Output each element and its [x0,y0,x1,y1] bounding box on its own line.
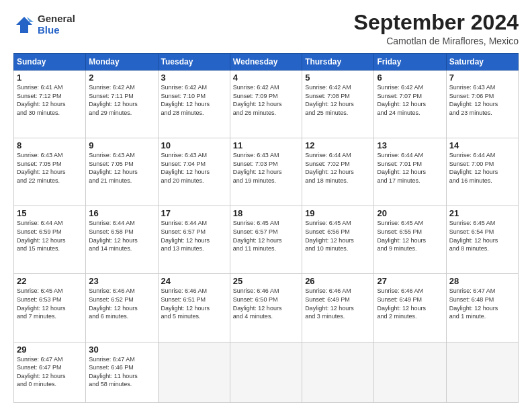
header: General Blue September 2024 Camotlan de … [13,11,519,46]
day-16: 16 Sunrise: 6:44 AMSunset: 6:58 PMDaylig… [86,206,158,274]
day-empty-4 [374,342,446,403]
day-4: 4 Sunrise: 6:42 AMSunset: 7:09 PMDayligh… [230,71,302,138]
week-row-5: 29 Sunrise: 6:47 AMSunset: 6:47 PMDaylig… [14,342,519,403]
day-27: 27 Sunrise: 6:46 AMSunset: 6:49 PMDaylig… [374,274,446,342]
title-block: September 2024 Camotlan de Miraflores, M… [354,11,519,46]
day-empty-5 [446,342,518,403]
day-6: 6 Sunrise: 6:42 AMSunset: 7:07 PMDayligh… [374,71,446,138]
day-24: 24 Sunrise: 6:46 AMSunset: 6:51 PMDaylig… [158,274,230,342]
day-empty-3 [302,342,374,403]
day-14: 14 Sunrise: 6:44 AMSunset: 7:00 PMDaylig… [446,138,518,206]
day-15: 15 Sunrise: 6:44 AMSunset: 6:59 PMDaylig… [14,206,86,274]
week-row-4: 22 Sunrise: 6:45 AMSunset: 6:53 PMDaylig… [14,274,519,342]
col-tuesday: Tuesday [158,54,230,71]
day-28: 28 Sunrise: 6:47 AMSunset: 6:48 PMDaylig… [446,274,518,342]
location-title: Camotlan de Miraflores, Mexico [354,36,519,46]
col-friday: Friday [374,54,446,71]
col-sunday: Sunday [14,54,86,71]
day-13: 13 Sunrise: 6:44 AMSunset: 7:01 PMDaylig… [374,138,446,206]
col-monday: Monday [86,54,158,71]
day-empty-1 [158,342,230,403]
week-row-1: 1 Sunrise: 6:41 AMSunset: 7:12 PMDayligh… [14,71,519,138]
logo-general-text: General [38,13,75,25]
day-19: 19 Sunrise: 6:45 AMSunset: 6:56 PMDaylig… [302,206,374,274]
day-9: 9 Sunrise: 6:43 AMSunset: 7:05 PMDayligh… [86,138,158,206]
month-title: September 2024 [354,11,519,34]
logo: General Blue [13,13,75,36]
logo-icon [13,14,35,36]
day-20: 20 Sunrise: 6:45 AMSunset: 6:55 PMDaylig… [374,206,446,274]
day-3: 3 Sunrise: 6:42 AMSunset: 7:10 PMDayligh… [158,71,230,138]
col-thursday: Thursday [302,54,374,71]
day-12: 12 Sunrise: 6:44 AMSunset: 7:02 PMDaylig… [302,138,374,206]
day-22: 22 Sunrise: 6:45 AMSunset: 6:53 PMDaylig… [14,274,86,342]
col-saturday: Saturday [446,54,518,71]
day-8: 8 Sunrise: 6:43 AMSunset: 7:05 PMDayligh… [14,138,86,206]
calendar-table: Sunday Monday Tuesday Wednesday Thursday… [13,53,519,403]
day-7: 7 Sunrise: 6:43 AMSunset: 7:06 PMDayligh… [446,71,518,138]
day-1: 1 Sunrise: 6:41 AMSunset: 7:12 PMDayligh… [14,71,86,138]
week-row-2: 8 Sunrise: 6:43 AMSunset: 7:05 PMDayligh… [14,138,519,206]
day-5: 5 Sunrise: 6:42 AMSunset: 7:08 PMDayligh… [302,71,374,138]
week-row-3: 15 Sunrise: 6:44 AMSunset: 6:59 PMDaylig… [14,206,519,274]
page: General Blue September 2024 Camotlan de … [0,0,532,411]
day-2: 2 Sunrise: 6:42 AMSunset: 7:11 PMDayligh… [86,71,158,138]
day-26: 26 Sunrise: 6:46 AMSunset: 6:49 PMDaylig… [302,274,374,342]
day-10: 10 Sunrise: 6:43 AMSunset: 7:04 PMDaylig… [158,138,230,206]
day-29: 29 Sunrise: 6:47 AMSunset: 6:47 PMDaylig… [14,342,86,403]
day-18: 18 Sunrise: 6:45 AMSunset: 6:57 PMDaylig… [230,206,302,274]
day-25: 25 Sunrise: 6:46 AMSunset: 6:50 PMDaylig… [230,274,302,342]
day-17: 17 Sunrise: 6:44 AMSunset: 6:57 PMDaylig… [158,206,230,274]
col-wednesday: Wednesday [230,54,302,71]
logo-blue-text: Blue [38,25,75,36]
day-empty-2 [230,342,302,403]
day-11: 11 Sunrise: 6:43 AMSunset: 7:03 PMDaylig… [230,138,302,206]
day-21: 21 Sunrise: 6:45 AMSunset: 6:54 PMDaylig… [446,206,518,274]
logo-text: General Blue [38,13,75,36]
calendar-header-row: Sunday Monday Tuesday Wednesday Thursday… [14,54,519,71]
day-23: 23 Sunrise: 6:46 AMSunset: 6:52 PMDaylig… [86,274,158,342]
day-30: 30 Sunrise: 6:47 AMSunset: 6:46 PMDaylig… [86,342,158,403]
